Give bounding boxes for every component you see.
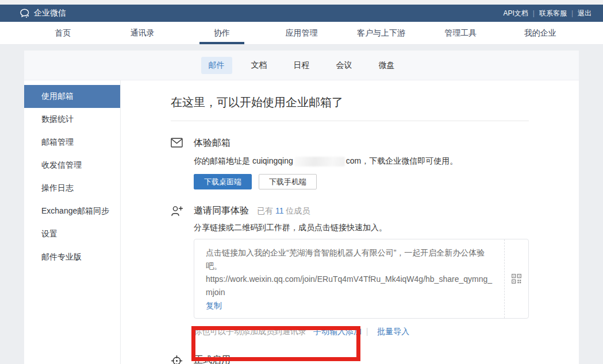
- trial-mailbox-section: 体验邮箱 你的邮箱地址是 cuiqingqingcom，下载企业微信即可使用。 …: [171, 137, 529, 189]
- activation-section: 正式启用 请配置你的企业要使用的邮箱，以完成正式启用。 当前域n.com 配置: [171, 354, 529, 364]
- mail-sidebar: 使用邮箱 数据统计 邮箱管理 收发信管理 操作日志 Exchange邮箱同步 设…: [24, 80, 121, 364]
- subtab-calendar[interactable]: 日程: [286, 57, 317, 74]
- subtab-meeting[interactable]: 会议: [329, 57, 360, 74]
- brand-label: 企业微信: [34, 8, 66, 18]
- qr-code-icon[interactable]: [512, 274, 521, 284]
- manual-hint: 你也可以手动添加成员到通讯录: [194, 327, 306, 336]
- activation-title: 正式启用: [194, 354, 231, 364]
- nav-tab-label: 应用管理: [285, 28, 317, 38]
- share-url: https://work.weixin.qq.com/join/ERuTq4mV…: [206, 273, 493, 299]
- batch-import-link[interactable]: 批量导入: [377, 327, 409, 336]
- sidebar-item-mailbox-management[interactable]: 邮箱管理: [24, 131, 120, 154]
- subtab-mail[interactable]: 邮件: [201, 57, 232, 74]
- sidebar-item-mail-pro[interactable]: 邮件专业版: [24, 246, 120, 269]
- main-content: 在这里，可以开始使用企业邮箱了 体验邮箱 你的邮箱地址是 cuiqingqing…: [121, 80, 579, 364]
- subtab-drive[interactable]: 微盘: [371, 57, 402, 74]
- subtab-docs[interactable]: 文档: [244, 57, 275, 74]
- browser-edge-strip: [0, 0, 603, 5]
- member-count-prefix: 已有: [257, 206, 273, 215]
- separator: |: [366, 327, 368, 336]
- nav-tab-label: 管理工具: [444, 28, 477, 38]
- nav-tab-label: 我的企业: [524, 28, 556, 38]
- sidebar-item-use-mailbox[interactable]: 使用邮箱: [24, 85, 120, 108]
- page-title: 在这里，可以开始使用企业邮箱了: [171, 95, 529, 110]
- manual-add-row: 你也可以手动添加成员到通讯录 手动输入添加 | 批量导入: [194, 327, 529, 337]
- wework-logo-icon: [20, 8, 30, 19]
- sidebar-item-operation-log[interactable]: 操作日志: [24, 177, 120, 200]
- email-address-suffix: com，下载企业微信即可使用。: [346, 156, 458, 165]
- envelope-icon: [171, 137, 194, 189]
- nav-tab-label: 首页: [55, 28, 71, 38]
- contact-support-link[interactable]: 联系客服: [535, 9, 571, 18]
- nav-tab-home[interactable]: 首页: [37, 22, 89, 44]
- copy-link[interactable]: 复制: [206, 301, 222, 310]
- member-count-suffix: 位成员: [286, 206, 310, 215]
- download-desktop-button[interactable]: 下载桌面端: [194, 174, 252, 189]
- sidebar-item-exchange-sync[interactable]: Exchange邮箱同步: [24, 200, 120, 223]
- trial-desc: 你的邮箱地址是 cuiqingqingcom，下载企业微信即可使用。: [194, 156, 529, 166]
- api-docs-link[interactable]: API文档: [498, 9, 532, 18]
- invite-title: 邀请同事体验: [194, 205, 249, 217]
- topbar-links: API文档 | 联系客服 | 退出: [498, 9, 596, 18]
- active-tab-underline: [199, 42, 244, 44]
- nav-tab-admin-tools[interactable]: 管理工具: [435, 22, 486, 44]
- content-card: 邮件 文档 日程 会议 微盘 使用邮箱 数据统计 邮箱管理 收发信管理 操作日志…: [24, 51, 579, 364]
- nav-tab-apps[interactable]: 应用管理: [275, 22, 327, 44]
- brand[interactable]: 企业微信: [20, 8, 66, 19]
- manual-add-link[interactable]: 手动输入添加: [313, 327, 362, 336]
- globe-target-icon: [171, 354, 194, 364]
- share-link-box: 点击链接加入我的企业“芜湖海音智能机器人有限公司”，一起开启全新办公体验吧。 h…: [194, 239, 529, 319]
- nav-tab-label: 客户与上下游: [357, 28, 405, 38]
- share-link-content: 点击链接加入我的企业“芜湖海音智能机器人有限公司”，一起开启全新办公体验吧。 h…: [194, 239, 504, 318]
- nav-tab-collaboration[interactable]: 协作: [196, 22, 248, 44]
- share-text: 点击链接加入我的企业“芜湖海音智能机器人有限公司”，一起开启全新办公体验吧。: [206, 246, 493, 273]
- invite-desc: 分享链接或二维码到工作群，成员点击链接快速加入。: [194, 223, 529, 233]
- screen: 企业微信 API文档 | 联系客服 | 退出 首页 通讯录 协作 应用管理 客户…: [0, 0, 603, 364]
- logout-link[interactable]: 退出: [573, 9, 596, 18]
- redacted-email: [294, 157, 345, 166]
- add-person-icon: [171, 205, 194, 337]
- sidebar-item-send-receive[interactable]: 收发信管理: [24, 154, 120, 177]
- member-count: 已有 11 位成员: [257, 206, 310, 216]
- collaboration-subnav: 邮件 文档 日程 会议 微盘: [24, 51, 579, 80]
- topbar: 企业微信 API文档 | 联系客服 | 退出: [0, 5, 603, 22]
- nav-tab-label: 协作: [214, 28, 230, 38]
- nav-tab-customers[interactable]: 客户与上下游: [355, 22, 407, 44]
- invite-section: 邀请同事体验 已有 11 位成员 分享链接或二维码到工作群，成员点击链接快速加入…: [171, 205, 529, 337]
- nav-tab-label: 通讯录: [130, 28, 155, 38]
- qr-code-panel: [504, 239, 528, 318]
- nav-tab-my-company[interactable]: 我的企业: [514, 22, 566, 44]
- trial-title: 体验邮箱: [194, 137, 231, 149]
- nav-tab-contacts[interactable]: 通讯录: [117, 22, 168, 44]
- email-address-prefix: 你的邮箱地址是 cuiqingqing: [194, 156, 293, 165]
- download-mobile-button[interactable]: 下载手机端: [259, 174, 317, 189]
- sidebar-item-statistics[interactable]: 数据统计: [24, 108, 120, 131]
- sidebar-item-settings[interactable]: 设置: [24, 223, 120, 246]
- primary-nav: 首页 通讯录 协作 应用管理 客户与上下游 管理工具 我的企业: [0, 22, 603, 45]
- member-count-number: 11: [275, 206, 284, 215]
- divider: [171, 121, 529, 121]
